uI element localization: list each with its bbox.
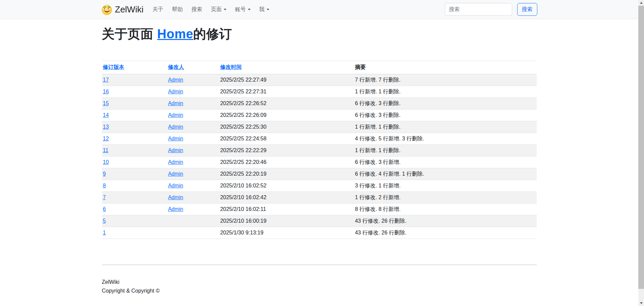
revision-summary: 7 行新增. 7 行删除.	[354, 74, 536, 86]
footer: ZelWiki Copyright & Copyright ©	[0, 265, 638, 305]
main-content: 关于页面 Home的修订 修订版本 修改人 修改时间 摘要 17 Admin 2…	[102, 27, 537, 239]
footer-divider	[102, 265, 537, 265]
table-row: 15 Admin 2025/2/25 22:26:52 6 行修改. 3 行删除…	[102, 97, 537, 109]
nav-item-account-dropdown[interactable]: 账号	[231, 3, 255, 16]
revision-time: 2025/2/25 22:26:09	[219, 109, 354, 121]
revision-link[interactable]: 17	[103, 77, 109, 83]
author-link[interactable]: Admin	[168, 206, 183, 212]
nav-item-me-dropdown[interactable]: 我	[255, 3, 274, 16]
author-link[interactable]: Admin	[168, 77, 183, 83]
revision-link[interactable]: 6	[103, 206, 106, 212]
revision-link[interactable]: 8	[103, 183, 106, 188]
revision-time: 2025/2/25 22:27:31	[219, 86, 354, 97]
revision-summary: 6 行修改. 3 行新增.	[354, 156, 536, 168]
smiley-emoji-icon	[101, 4, 112, 15]
revision-link[interactable]: 10	[103, 159, 109, 165]
revision-link[interactable]: 13	[103, 124, 109, 130]
page-title: 关于页面 Home的修订	[102, 27, 537, 42]
table-row: 7 Admin 2025/2/10 16:02:42 1 行修改. 2 行新增.	[102, 191, 537, 203]
nav-item-pages-dropdown[interactable]: 页面	[207, 3, 231, 16]
revision-time: 2025/2/10 16:02:52	[219, 180, 354, 191]
author-link[interactable]: Admin	[168, 194, 183, 200]
revision-time: 2025/2/25 22:27:49	[219, 74, 354, 86]
revision-time: 2025/2/25 22:25:30	[219, 121, 354, 133]
revision-summary: 4 行修改. 5 行新增. 3 行删除.	[354, 133, 536, 144]
author-link[interactable]: Admin	[168, 136, 183, 141]
search-button[interactable]: 搜索	[517, 3, 537, 16]
table-row: 14 Admin 2025/2/25 22:26:09 6 行修改. 3 行删除…	[102, 109, 537, 121]
revision-time: 2025/2/10 16:00:19	[219, 215, 354, 227]
table-row: 5 2025/2/10 16:00:19 43 行修改. 26 行删除.	[102, 215, 537, 227]
footer-copyright: Copyright & Copyright ©	[102, 287, 537, 295]
revision-time: 2025/2/25 22:24:58	[219, 133, 354, 144]
author-link[interactable]: Admin	[168, 171, 183, 177]
nav-item-pages-label: 页面	[211, 6, 222, 12]
revision-time: 2025/2/25 22:22:29	[219, 144, 354, 156]
search-input[interactable]	[445, 3, 512, 16]
navbar: ZelWiki 关于 帮助 搜索 页面 账号 我 搜索	[0, 0, 638, 19]
scroll-down-arrow-icon[interactable]	[638, 300, 644, 306]
nav-item-search[interactable]: 搜索	[187, 3, 207, 16]
author-link[interactable]: Admin	[168, 89, 183, 94]
author-link[interactable]: Admin	[168, 100, 183, 106]
table-header-row: 修订版本 修改人 修改时间 摘要	[102, 60, 537, 74]
scrollbar-thumb[interactable]	[638, 6, 644, 289]
author-link[interactable]: Admin	[168, 159, 183, 165]
nav-item-about[interactable]: 关于	[148, 3, 168, 16]
revision-summary: 6 行修改. 3 行删除.	[354, 109, 536, 121]
table-row: 6 Admin 2025/2/10 16:02:11 8 行修改. 8 行新增.	[102, 203, 537, 215]
chevron-down-icon	[248, 9, 251, 10]
revision-time: 2025/2/10 16:02:11	[219, 203, 354, 215]
chevron-down-icon	[267, 9, 269, 10]
author-link[interactable]: Admin	[168, 112, 183, 118]
revision-link[interactable]: 11	[103, 147, 109, 153]
chevron-down-icon	[224, 9, 226, 10]
revisions-table-wrap: 修订版本 修改人 修改时间 摘要 17 Admin 2025/2/25 22:2…	[102, 60, 537, 239]
revision-link[interactable]: 9	[103, 171, 106, 177]
revision-link[interactable]: 14	[103, 112, 109, 118]
revision-summary: 43 行修改. 26 行删除.	[354, 215, 536, 227]
revision-time: 2025/2/10 16:02:42	[219, 191, 354, 203]
revision-summary: 1 行修改. 2 行新增.	[354, 191, 536, 203]
table-row: 17 Admin 2025/2/25 22:27:49 7 行新增. 7 行删除…	[102, 74, 537, 86]
sort-time-header-link[interactable]: 修改时间	[220, 64, 241, 70]
revision-link[interactable]: 1	[103, 230, 106, 235]
scroll-up-arrow-icon[interactable]	[638, 0, 644, 6]
sort-revision-header-link[interactable]: 修订版本	[103, 64, 124, 70]
revision-link[interactable]: 7	[103, 194, 106, 200]
footer-brand: ZelWiki	[102, 278, 537, 287]
revision-time: 2025/2/25 22:20:19	[219, 168, 354, 180]
revision-time: 2025/2/25 22:20:46	[219, 156, 354, 168]
author-link[interactable]: Admin	[168, 183, 183, 188]
revision-link[interactable]: 5	[103, 218, 106, 224]
vertical-scrollbar[interactable]	[638, 0, 644, 306]
title-suffix: 的修订	[193, 27, 232, 41]
nav-item-account-label: 账号	[235, 6, 246, 12]
revision-link[interactable]: 15	[103, 100, 109, 106]
revision-summary: 3 行修改. 1 行新增.	[354, 180, 536, 191]
table-row: 8 Admin 2025/2/10 16:02:52 3 行修改. 1 行新增.	[102, 180, 537, 191]
brand-label: ZelWiki	[115, 4, 144, 15]
table-row: 12 Admin 2025/2/25 22:24:58 4 行修改. 5 行新增…	[102, 133, 537, 144]
table-row: 13 Admin 2025/2/25 22:25:30 1 行新增. 1 行删除…	[102, 121, 537, 133]
revision-summary: 1 行新增. 1 行删除.	[354, 121, 536, 133]
revision-time: 2025/2/25 22:26:52	[219, 97, 354, 109]
home-page-link[interactable]: Home	[157, 27, 194, 41]
revision-summary: 1 行新增. 1 行删除.	[354, 144, 536, 156]
nav-item-help[interactable]: 帮助	[168, 3, 187, 16]
title-prefix: 关于页面	[102, 27, 157, 41]
brand-link[interactable]: ZelWiki	[101, 4, 144, 15]
revision-link[interactable]: 16	[103, 89, 109, 94]
revision-summary: 6 行修改. 4 行新增. 1 行删除.	[354, 168, 536, 180]
revision-summary: 1 行新增. 1 行删除.	[354, 86, 536, 97]
sort-author-header-link[interactable]: 修改人	[168, 64, 184, 70]
table-row: 9 Admin 2025/2/25 22:20:19 6 行修改. 4 行新增.…	[102, 168, 537, 180]
revision-link[interactable]: 12	[103, 136, 109, 141]
page: ZelWiki 关于 帮助 搜索 页面 账号 我 搜索 关于页面 Home的修订	[0, 0, 638, 306]
revision-time: 2025/1/30 9:13:19	[219, 227, 354, 238]
author-link[interactable]: Admin	[168, 124, 183, 130]
revision-summary: 8 行修改. 8 行新增.	[354, 203, 536, 215]
table-row: 10 Admin 2025/2/25 22:20:46 6 行修改. 3 行新增…	[102, 156, 537, 168]
table-row: 11 Admin 2025/2/25 22:22:29 1 行新增. 1 行删除…	[102, 144, 537, 156]
author-link[interactable]: Admin	[168, 147, 183, 153]
